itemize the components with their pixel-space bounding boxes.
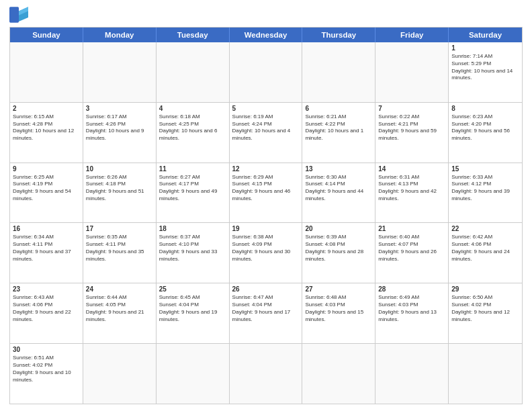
calendar-cell-6-3 [157,344,230,404]
calendar-cell-1-7: 1Sunrise: 7:14 AM Sunset: 5:29 PM Daylig… [449,42,522,102]
day-number: 3 [86,105,153,112]
calendar-cell-4-1: 16Sunrise: 6:34 AM Sunset: 4:11 PM Dayli… [10,223,83,283]
cell-info: Sunrise: 6:49 AM Sunset: 4:03 PM Dayligh… [378,294,445,323]
cell-info: Sunrise: 6:42 AM Sunset: 4:06 PM Dayligh… [451,234,519,263]
cell-info: Sunrise: 6:47 AM Sunset: 4:04 PM Dayligh… [232,294,300,323]
calendar-cell-6-1: 30Sunrise: 6:51 AM Sunset: 4:02 PM Dayli… [10,344,83,404]
calendar-cell-1-5 [302,42,375,102]
calendar-cell-2-6: 7Sunrise: 6:22 AM Sunset: 4:21 PM Daylig… [375,103,449,163]
calendar-cell-5-3: 25Sunrise: 6:45 AM Sunset: 4:04 PM Dayli… [157,283,230,343]
calendar-cell-5-7: 29Sunrise: 6:50 AM Sunset: 4:02 PM Dayli… [449,283,522,343]
calendar-header: SundayMondayTuesdayWednesdayThursdayFrid… [10,28,522,42]
svg-rect-0 [9,7,19,22]
cell-info: Sunrise: 6:26 AM Sunset: 4:18 PM Dayligh… [86,174,153,203]
calendar-header-thursday: Thursday [302,28,375,42]
cell-info: Sunrise: 6:18 AM Sunset: 4:25 PM Dayligh… [159,113,226,142]
calendar-cell-2-3: 4Sunrise: 6:18 AM Sunset: 4:25 PM Daylig… [157,103,230,163]
calendar-cell-4-3: 18Sunrise: 6:37 AM Sunset: 4:10 PM Dayli… [157,223,230,283]
generalblue-logo-icon [9,7,28,23]
day-number: 27 [305,285,372,293]
day-number: 13 [305,165,372,173]
calendar-cell-6-4 [230,344,303,404]
calendar-header-tuesday: Tuesday [157,28,230,42]
cell-info: Sunrise: 7:14 AM Sunset: 5:29 PM Dayligh… [451,53,519,82]
calendar-cell-3-2: 10Sunrise: 6:26 AM Sunset: 4:18 PM Dayli… [83,163,157,223]
cell-info: Sunrise: 6:48 AM Sunset: 4:03 PM Dayligh… [305,294,372,323]
calendar-cell-3-3: 11Sunrise: 6:27 AM Sunset: 4:17 PM Dayli… [157,163,230,223]
day-number: 22 [451,225,519,232]
calendar-cell-4-4: 19Sunrise: 6:38 AM Sunset: 4:09 PM Dayli… [230,223,303,283]
day-number: 20 [305,225,372,232]
calendar-cell-3-6: 14Sunrise: 6:31 AM Sunset: 4:13 PM Dayli… [375,163,449,223]
calendar-cell-6-6 [375,344,449,404]
calendar-cell-1-2 [83,42,157,102]
day-number: 4 [159,105,226,112]
calendar-row-3: 9Sunrise: 6:25 AM Sunset: 4:19 PM Daylig… [10,163,522,224]
calendar-row-6: 30Sunrise: 6:51 AM Sunset: 4:02 PM Dayli… [10,344,522,404]
calendar-cell-3-7: 15Sunrise: 6:33 AM Sunset: 4:12 PM Dayli… [449,163,522,223]
cell-info: Sunrise: 6:19 AM Sunset: 4:24 PM Dayligh… [232,113,300,142]
day-number: 2 [13,105,80,112]
logo [9,7,31,23]
calendar-cell-1-3 [157,42,230,102]
calendar-body: 1Sunrise: 7:14 AM Sunset: 5:29 PM Daylig… [10,42,522,404]
cell-info: Sunrise: 6:31 AM Sunset: 4:13 PM Dayligh… [378,174,445,203]
calendar-row-5: 23Sunrise: 6:43 AM Sunset: 4:06 PM Dayli… [10,283,522,344]
day-number: 12 [232,165,300,173]
calendar-cell-5-5: 27Sunrise: 6:48 AM Sunset: 4:03 PM Dayli… [302,283,375,343]
cell-info: Sunrise: 6:21 AM Sunset: 4:22 PM Dayligh… [305,113,372,142]
calendar-cell-4-5: 20Sunrise: 6:39 AM Sunset: 4:08 PM Dayli… [302,223,375,283]
calendar-cell-4-2: 17Sunrise: 6:35 AM Sunset: 4:11 PM Dayli… [83,223,157,283]
day-number: 23 [13,285,80,293]
day-number: 16 [13,225,80,232]
day-number: 14 [378,165,445,173]
day-number: 7 [378,105,445,112]
day-number: 17 [86,225,153,232]
cell-info: Sunrise: 6:50 AM Sunset: 4:02 PM Dayligh… [451,294,519,323]
day-number: 15 [451,165,519,173]
cell-info: Sunrise: 6:29 AM Sunset: 4:15 PM Dayligh… [232,174,300,203]
day-number: 19 [232,225,300,232]
cell-info: Sunrise: 6:44 AM Sunset: 4:05 PM Dayligh… [86,294,153,323]
calendar-cell-5-2: 24Sunrise: 6:44 AM Sunset: 4:05 PM Dayli… [83,283,157,343]
calendar-cell-4-6: 21Sunrise: 6:40 AM Sunset: 4:07 PM Dayli… [375,223,449,283]
day-number: 29 [451,285,519,293]
cell-info: Sunrise: 6:17 AM Sunset: 4:26 PM Dayligh… [86,113,153,142]
calendar-cell-2-7: 8Sunrise: 6:23 AM Sunset: 4:20 PM Daylig… [449,103,522,163]
calendar-cell-6-5 [302,344,375,404]
cell-info: Sunrise: 6:34 AM Sunset: 4:11 PM Dayligh… [13,234,80,263]
day-number: 30 [13,346,80,353]
day-number: 28 [378,285,445,293]
calendar-row-1: 1Sunrise: 7:14 AM Sunset: 5:29 PM Daylig… [10,42,522,103]
cell-info: Sunrise: 6:23 AM Sunset: 4:20 PM Dayligh… [451,113,519,142]
day-number: 11 [159,165,226,173]
day-number: 1 [451,44,519,52]
day-number: 8 [451,105,519,112]
day-number: 26 [232,285,300,293]
cell-info: Sunrise: 6:40 AM Sunset: 4:07 PM Dayligh… [378,234,445,263]
day-number: 9 [13,165,80,173]
cell-info: Sunrise: 6:15 AM Sunset: 4:28 PM Dayligh… [13,113,80,142]
calendar-header-friday: Friday [375,28,449,42]
cell-info: Sunrise: 6:30 AM Sunset: 4:14 PM Dayligh… [305,174,372,203]
calendar: SundayMondayTuesdayWednesdayThursdayFrid… [9,27,523,404]
cell-info: Sunrise: 6:43 AM Sunset: 4:06 PM Dayligh… [13,294,80,323]
day-number: 21 [378,225,445,232]
day-number: 10 [86,165,153,173]
calendar-header-sunday: Sunday [10,28,83,42]
calendar-cell-2-4: 5Sunrise: 6:19 AM Sunset: 4:24 PM Daylig… [230,103,303,163]
calendar-header-wednesday: Wednesday [230,28,303,42]
day-number: 18 [159,225,226,232]
cell-info: Sunrise: 6:22 AM Sunset: 4:21 PM Dayligh… [378,113,445,142]
cell-info: Sunrise: 6:37 AM Sunset: 4:10 PM Dayligh… [159,234,226,263]
calendar-cell-4-7: 22Sunrise: 6:42 AM Sunset: 4:06 PM Dayli… [449,223,522,283]
cell-info: Sunrise: 6:27 AM Sunset: 4:17 PM Dayligh… [159,174,226,203]
calendar-cell-2-5: 6Sunrise: 6:21 AM Sunset: 4:22 PM Daylig… [302,103,375,163]
calendar-cell-6-7 [449,344,522,404]
day-number: 6 [305,105,372,112]
calendar-row-4: 16Sunrise: 6:34 AM Sunset: 4:11 PM Dayli… [10,223,522,283]
calendar-cell-1-6 [375,42,449,102]
cell-info: Sunrise: 6:51 AM Sunset: 4:02 PM Dayligh… [13,355,80,383]
cell-info: Sunrise: 6:45 AM Sunset: 4:04 PM Dayligh… [159,294,226,323]
day-number: 24 [86,285,153,293]
